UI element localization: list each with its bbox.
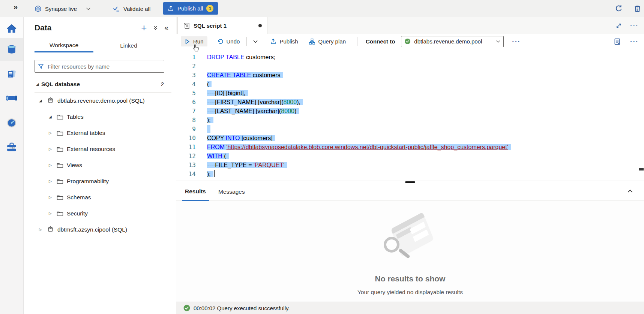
line-number: 6	[176, 98, 196, 107]
code-editor[interactable]: 1DROP TABLE customers;23CREATE TABLE cus…	[176, 49, 644, 181]
code-line-12[interactable]: 12WITH (	[176, 152, 511, 161]
query-status-bar: 00:00:02 Query executed successfully.	[176, 302, 644, 314]
nav-monitor[interactable]	[0, 112, 23, 134]
validate-all-label: Validate all	[123, 6, 150, 12]
expand-twisty-icon[interactable]: ▷	[49, 163, 54, 167]
tree-item-views[interactable]: ▷Views	[24, 157, 176, 173]
tree-item-dbtlabs-pool[interactable]: ◢dbtlabs.revenue.demo.pool (SQL)	[24, 93, 176, 109]
code-line-8[interactable]: 8);	[176, 116, 511, 125]
folder-icon	[57, 211, 63, 217]
collapse-twisty-icon[interactable]: ◢	[39, 99, 44, 103]
expand-twisty-icon[interactable]: ▷	[49, 195, 54, 199]
success-check-icon	[183, 305, 190, 311]
filter-resources-box[interactable]	[35, 60, 164, 73]
toolbar-separator	[246, 37, 247, 46]
publish-upload-icon	[270, 38, 276, 45]
tree-item-external-resources[interactable]: ▷External resources	[24, 141, 176, 157]
expand-editor-icon[interactable]	[615, 22, 622, 29]
run-play-icon	[185, 39, 190, 45]
tab-messages[interactable]: Messages	[215, 183, 248, 201]
nav-data[interactable]	[0, 38, 23, 61]
tree-item-external-tables[interactable]: ▷External tables	[24, 125, 176, 141]
undo-label: Undo	[227, 38, 240, 45]
code-line-4[interactable]: 4(	[176, 80, 511, 89]
expand-twisty-icon[interactable]: ▷	[49, 211, 54, 215]
toolbar-more-options-icon[interactable]: ···	[512, 40, 521, 43]
double-chevron-down-icon[interactable]	[153, 25, 158, 31]
tree-item-label: Security	[67, 210, 88, 217]
editor-more-options-icon[interactable]: ···	[630, 40, 639, 43]
discard-all-icon[interactable]	[633, 4, 642, 13]
tree-item-label: Views	[67, 162, 82, 169]
synapse-studio-window: » Synapse live Validate all Publish all …	[0, 0, 644, 314]
validate-all-button[interactable]: Validate all	[113, 0, 150, 17]
undo-button[interactable]: Undo	[213, 36, 244, 46]
publish-all-button[interactable]: Publish all 1	[163, 2, 218, 15]
tab-linked[interactable]: Linked	[93, 39, 164, 52]
tree-item-schemas[interactable]: ▷Schemas	[24, 189, 176, 205]
unsaved-changes-dot	[258, 24, 262, 27]
refresh-icon[interactable]	[614, 4, 623, 13]
tree-item-label: Tables	[67, 114, 84, 120]
tab-workspace[interactable]: Workspace	[35, 39, 93, 52]
code-line-6[interactable]: 6····[FIRST_NAME] [varchar](8000),	[176, 98, 511, 107]
query-plan-label: Query plan	[318, 38, 346, 45]
data-panel-tabs: Workspace Linked	[35, 39, 164, 52]
magnifier-icon	[384, 237, 399, 253]
tab-sql-script-1[interactable]: SQL script 1	[177, 17, 267, 34]
collapse-panel-icon[interactable]: «	[164, 24, 168, 31]
collapse-twisty-icon[interactable]: ◢	[36, 82, 41, 86]
validate-check-icon	[113, 5, 120, 12]
rail-divider	[5, 110, 18, 110]
empty-results-title: No results to show	[375, 274, 446, 283]
tab-title: SQL script 1	[194, 22, 227, 29]
empty-results-subtitle: Your query yielded no displayable result…	[357, 289, 463, 296]
expand-toolbar-icon[interactable]: »	[14, 3, 18, 11]
nav-manage[interactable]	[0, 136, 23, 158]
collapse-twisty-icon[interactable]: ◢	[49, 115, 54, 119]
code-line-2[interactable]: 2	[176, 62, 511, 71]
code-line-10[interactable]: 10COPY INTO [customers]	[176, 134, 511, 143]
item-count-badge: 2	[161, 81, 164, 87]
tab-more-options-icon[interactable]: ···	[630, 24, 639, 28]
line-number: 10	[176, 134, 196, 143]
code-line-1[interactable]: 1DROP TABLE customers;	[176, 53, 511, 62]
code-line-13[interactable]: 13····FILE_TYPE = 'PARQUET'	[176, 161, 511, 170]
publish-count-badge: 1	[206, 5, 213, 12]
nav-home[interactable]	[0, 17, 23, 40]
code-line-14[interactable]: 14);	[176, 170, 511, 179]
expand-twisty-icon[interactable]: ▷	[49, 147, 54, 151]
tab-results[interactable]: Results	[182, 183, 209, 201]
expand-twisty-icon[interactable]: ▷	[39, 227, 44, 232]
tree-item-security[interactable]: ▷Security	[24, 205, 176, 221]
connect-to-label: Connect to	[366, 38, 395, 45]
code-line-11[interactable]: 11FROM 'https://dbtlabsynapsedatalake.bl…	[176, 143, 511, 152]
undo-redo-dropdown[interactable]	[250, 38, 261, 45]
tree-item-programmability[interactable]: ▷Programmability	[24, 173, 176, 189]
expand-twisty-icon[interactable]: ▷	[49, 131, 54, 135]
pool-icon	[47, 226, 54, 233]
code-line-3[interactable]: 3CREATE TABLE customers	[176, 71, 511, 80]
expand-twisty-icon[interactable]: ▷	[49, 179, 54, 183]
run-button[interactable]: Run	[181, 36, 207, 46]
publish-button[interactable]: Publish	[266, 36, 302, 46]
code-line-5[interactable]: 5····[ID] [bigint],	[176, 89, 511, 98]
connect-to-dropdown[interactable]: dbtlabs.revenue.demo.pool	[401, 36, 504, 47]
tree-item-dbtmsft-pool[interactable]: ▷dbtmsft.azsyn.cipool (SQL)	[24, 221, 176, 238]
add-resource-icon[interactable]: +	[141, 24, 147, 31]
session-properties-icon[interactable]	[614, 38, 621, 45]
nav-develop[interactable]	[0, 63, 23, 85]
tree-item-tables[interactable]: ◢Tables	[24, 109, 176, 125]
code-line-7[interactable]: 7····[LAST_NAME] [varchar](8000)	[176, 107, 511, 116]
home-icon	[6, 23, 17, 34]
mode-selector[interactable]: Synapse live	[35, 0, 91, 17]
code-line-9[interactable]: 9	[176, 125, 511, 134]
query-plan-button[interactable]: Query plan	[305, 36, 350, 47]
status-message: 00:00:02 Query executed successfully.	[194, 305, 290, 311]
filter-resources-input[interactable]	[47, 63, 161, 70]
chevron-down-icon	[86, 7, 91, 10]
text-cursor	[214, 170, 215, 177]
collapse-results-icon[interactable]	[627, 188, 633, 194]
nav-integrate[interactable]	[0, 87, 23, 109]
tree-item-sql-database[interactable]: ◢SQL database2	[24, 76, 176, 92]
